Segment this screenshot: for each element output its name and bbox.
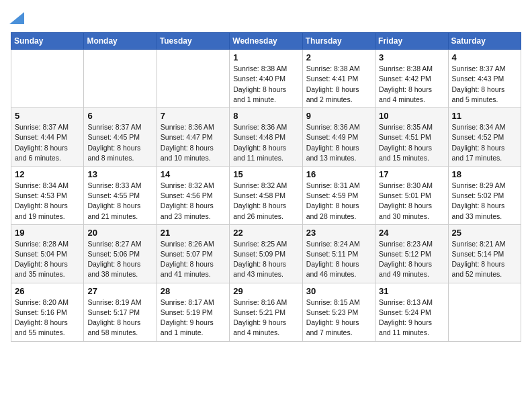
calendar-cell — [84, 50, 157, 108]
calendar-cell — [448, 283, 521, 341]
day-info: Sunrise: 8:25 AM Sunset: 5:09 PM Dayligh… — [233, 239, 298, 280]
day-number: 16 — [306, 169, 371, 179]
page-header — [11, 11, 521, 27]
day-number: 1 — [233, 52, 298, 62]
day-number: 4 — [452, 52, 517, 62]
calendar-cell: 11Sunrise: 8:34 AM Sunset: 4:52 PM Dayli… — [448, 108, 521, 167]
calendar-week-row: 26Sunrise: 8:20 AM Sunset: 5:16 PM Dayli… — [11, 283, 521, 341]
day-info: Sunrise: 8:36 AM Sunset: 4:47 PM Dayligh… — [161, 122, 226, 163]
day-info: Sunrise: 8:33 AM Sunset: 4:55 PM Dayligh… — [87, 181, 152, 222]
day-number: 13 — [87, 169, 152, 179]
day-number: 11 — [452, 111, 517, 121]
calendar-week-row: 19Sunrise: 8:28 AM Sunset: 5:04 PM Dayli… — [11, 224, 521, 283]
day-number: 5 — [15, 111, 80, 121]
day-info: Sunrise: 8:38 AM Sunset: 4:42 PM Dayligh… — [379, 64, 444, 105]
day-number: 2 — [306, 52, 371, 62]
calendar-cell: 1Sunrise: 8:38 AM Sunset: 4:40 PM Daylig… — [230, 50, 302, 108]
calendar-cell: 23Sunrise: 8:24 AM Sunset: 5:11 PM Dayli… — [302, 224, 375, 283]
day-number: 20 — [87, 228, 152, 238]
calendar-cell: 18Sunrise: 8:29 AM Sunset: 5:02 PM Dayli… — [448, 166, 521, 224]
day-number: 14 — [161, 169, 226, 179]
day-number: 9 — [306, 111, 371, 121]
day-info: Sunrise: 8:36 AM Sunset: 4:48 PM Dayligh… — [233, 122, 298, 163]
day-info: Sunrise: 8:34 AM Sunset: 4:53 PM Dayligh… — [15, 181, 80, 222]
calendar-cell: 4Sunrise: 8:37 AM Sunset: 4:43 PM Daylig… — [448, 50, 521, 108]
day-of-week-header: Saturday — [448, 33, 521, 50]
day-info: Sunrise: 8:31 AM Sunset: 4:59 PM Dayligh… — [306, 181, 371, 222]
day-number: 24 — [379, 228, 444, 238]
day-info: Sunrise: 8:29 AM Sunset: 5:02 PM Dayligh… — [452, 181, 517, 222]
day-number: 21 — [161, 228, 226, 238]
day-number: 26 — [15, 286, 80, 296]
calendar-cell: 19Sunrise: 8:28 AM Sunset: 5:04 PM Dayli… — [11, 224, 84, 283]
day-info: Sunrise: 8:21 AM Sunset: 5:14 PM Dayligh… — [452, 239, 517, 280]
calendar-cell: 16Sunrise: 8:31 AM Sunset: 4:59 PM Dayli… — [302, 166, 375, 224]
calendar-cell: 7Sunrise: 8:36 AM Sunset: 4:47 PM Daylig… — [157, 108, 229, 167]
calendar-cell: 29Sunrise: 8:16 AM Sunset: 5:21 PM Dayli… — [230, 283, 302, 341]
day-info: Sunrise: 8:26 AM Sunset: 5:07 PM Dayligh… — [161, 239, 226, 280]
calendar-week-row: 5Sunrise: 8:37 AM Sunset: 4:44 PM Daylig… — [11, 108, 521, 167]
day-info: Sunrise: 8:38 AM Sunset: 4:40 PM Dayligh… — [233, 64, 298, 105]
calendar-cell: 28Sunrise: 8:17 AM Sunset: 5:19 PM Dayli… — [157, 283, 229, 341]
calendar-cell: 30Sunrise: 8:15 AM Sunset: 5:23 PM Dayli… — [302, 283, 375, 341]
day-number: 30 — [306, 286, 371, 296]
day-number: 28 — [161, 286, 226, 296]
day-info: Sunrise: 8:24 AM Sunset: 5:11 PM Dayligh… — [306, 239, 371, 280]
day-info: Sunrise: 8:20 AM Sunset: 5:16 PM Dayligh… — [15, 298, 80, 338]
day-info: Sunrise: 8:36 AM Sunset: 4:49 PM Dayligh… — [306, 122, 371, 163]
calendar-header-row: SundayMondayTuesdayWednesdayThursdayFrid… — [11, 33, 521, 50]
day-number: 29 — [233, 286, 298, 296]
calendar-cell: 24Sunrise: 8:23 AM Sunset: 5:12 PM Dayli… — [375, 224, 448, 283]
day-info: Sunrise: 8:35 AM Sunset: 4:51 PM Dayligh… — [379, 122, 444, 163]
calendar-cell: 2Sunrise: 8:38 AM Sunset: 4:41 PM Daylig… — [302, 50, 375, 108]
calendar-cell — [157, 50, 229, 108]
calendar-cell: 14Sunrise: 8:32 AM Sunset: 4:56 PM Dayli… — [157, 166, 229, 224]
day-info: Sunrise: 8:30 AM Sunset: 5:01 PM Dayligh… — [379, 181, 444, 222]
day-info: Sunrise: 8:23 AM Sunset: 5:12 PM Dayligh… — [379, 239, 444, 280]
day-of-week-header: Wednesday — [230, 33, 302, 50]
calendar-cell: 3Sunrise: 8:38 AM Sunset: 4:42 PM Daylig… — [375, 50, 448, 108]
day-info: Sunrise: 8:37 AM Sunset: 4:45 PM Dayligh… — [87, 122, 152, 163]
day-info: Sunrise: 8:27 AM Sunset: 5:06 PM Dayligh… — [87, 239, 152, 280]
day-number: 12 — [15, 169, 80, 179]
day-number: 27 — [87, 286, 152, 296]
calendar-cell: 5Sunrise: 8:37 AM Sunset: 4:44 PM Daylig… — [11, 108, 84, 167]
day-number: 3 — [379, 52, 444, 62]
day-info: Sunrise: 8:37 AM Sunset: 4:43 PM Dayligh… — [452, 64, 517, 105]
calendar-cell: 13Sunrise: 8:33 AM Sunset: 4:55 PM Dayli… — [84, 166, 157, 224]
calendar-cell: 12Sunrise: 8:34 AM Sunset: 4:53 PM Dayli… — [11, 166, 84, 224]
day-info: Sunrise: 8:38 AM Sunset: 4:41 PM Dayligh… — [306, 64, 371, 105]
day-info: Sunrise: 8:34 AM Sunset: 4:52 PM Dayligh… — [452, 122, 517, 163]
svg-marker-0 — [9, 12, 24, 24]
day-number: 22 — [233, 228, 298, 238]
day-of-week-header: Thursday — [302, 33, 375, 50]
day-info: Sunrise: 8:19 AM Sunset: 5:17 PM Dayligh… — [87, 298, 152, 338]
day-number: 6 — [87, 111, 152, 121]
day-info: Sunrise: 8:28 AM Sunset: 5:04 PM Dayligh… — [15, 239, 80, 280]
calendar-cell: 10Sunrise: 8:35 AM Sunset: 4:51 PM Dayli… — [375, 108, 448, 167]
calendar-week-row: 12Sunrise: 8:34 AM Sunset: 4:53 PM Dayli… — [11, 166, 521, 224]
day-number: 8 — [233, 111, 298, 121]
day-info: Sunrise: 8:32 AM Sunset: 4:56 PM Dayligh… — [161, 181, 226, 222]
day-info: Sunrise: 8:16 AM Sunset: 5:21 PM Dayligh… — [233, 298, 298, 338]
calendar-cell: 31Sunrise: 8:13 AM Sunset: 5:24 PM Dayli… — [375, 283, 448, 341]
day-info: Sunrise: 8:37 AM Sunset: 4:44 PM Dayligh… — [15, 122, 80, 163]
calendar-cell: 27Sunrise: 8:19 AM Sunset: 5:17 PM Dayli… — [84, 283, 157, 341]
calendar-cell: 25Sunrise: 8:21 AM Sunset: 5:14 PM Dayli… — [448, 224, 521, 283]
calendar-cell: 6Sunrise: 8:37 AM Sunset: 4:45 PM Daylig… — [84, 108, 157, 167]
calendar-table: SundayMondayTuesdayWednesdayThursdayFrid… — [11, 32, 521, 341]
day-of-week-header: Sunday — [11, 33, 84, 50]
calendar-cell: 26Sunrise: 8:20 AM Sunset: 5:16 PM Dayli… — [11, 283, 84, 341]
calendar-cell: 21Sunrise: 8:26 AM Sunset: 5:07 PM Dayli… — [157, 224, 229, 283]
calendar-cell: 20Sunrise: 8:27 AM Sunset: 5:06 PM Dayli… — [84, 224, 157, 283]
day-number: 19 — [15, 228, 80, 238]
day-of-week-header: Tuesday — [157, 33, 229, 50]
day-number: 31 — [379, 286, 444, 296]
calendar-cell — [11, 50, 84, 108]
day-number: 23 — [306, 228, 371, 238]
calendar-cell: 22Sunrise: 8:25 AM Sunset: 5:09 PM Dayli… — [230, 224, 302, 283]
day-info: Sunrise: 8:13 AM Sunset: 5:24 PM Dayligh… — [379, 298, 444, 338]
logo-icon — [9, 12, 24, 24]
day-number: 18 — [452, 169, 517, 179]
day-info: Sunrise: 8:15 AM Sunset: 5:23 PM Dayligh… — [306, 298, 371, 338]
